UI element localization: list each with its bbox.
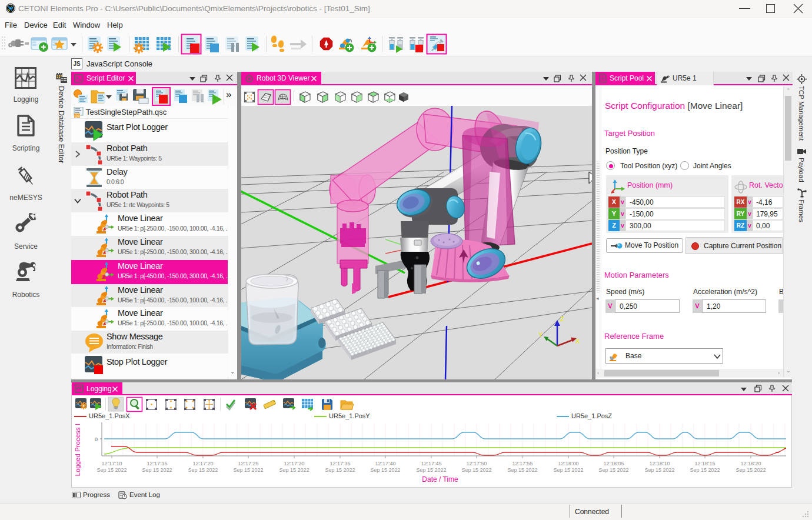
svg-text:Sep 15 2022: Sep 15 2022 [507,467,537,473]
svg-text:Date / Time: Date / Time [422,475,458,484]
svg-text:Sep 15 2022: Sep 15 2022 [461,467,491,473]
svg-text:12:18:05: 12:18:05 [603,461,624,466]
svg-text:12:18:10: 12:18:10 [649,461,670,466]
svg-text:12:17:10: 12:17:10 [101,461,122,466]
svg-text:X: X [575,338,580,345]
svg-text:Z: Z [560,315,564,322]
svg-text:12:17:45: 12:17:45 [421,461,441,466]
svg-text:Sep 15 2022: Sep 15 2022 [96,467,127,473]
svg-text:Sep 15 2022: Sep 15 2022 [736,467,766,473]
svg-text:Sep 15 2022: Sep 15 2022 [690,467,720,473]
svg-text:Sep 15 2022: Sep 15 2022 [598,467,628,473]
svg-text:12:17:40: 12:17:40 [375,461,395,466]
svg-text:Sep 15 2022: Sep 15 2022 [142,467,172,473]
svg-text:12:17:30: 12:17:30 [284,461,304,466]
svg-text:12:18:00: 12:18:00 [558,461,578,466]
svg-text:12:17:55: 12:17:55 [512,461,533,466]
svg-text:Sep 15 2022: Sep 15 2022 [325,467,355,473]
svg-text:Sep 15 2022: Sep 15 2022 [188,467,218,473]
svg-text:Sep 15 2022: Sep 15 2022 [416,467,446,473]
svg-text:12:17:25: 12:17:25 [238,461,258,466]
svg-text:12:17:35: 12:17:35 [330,461,350,466]
svg-text:Sep 15 2022: Sep 15 2022 [233,467,263,473]
svg-text:12:17:50: 12:17:50 [466,461,487,466]
svg-text:Y: Y [538,331,543,338]
svg-text:12:17:20: 12:17:20 [192,461,213,466]
svg-text:12:18:20: 12:18:20 [740,461,761,466]
svg-text:Sep 15 2022: Sep 15 2022 [370,467,400,473]
svg-text:0: 0 [95,436,98,442]
svg-text:Sep 15 2022: Sep 15 2022 [553,467,583,473]
svg-text:12:17:15: 12:17:15 [147,461,167,466]
svg-text:QSC: QSC [75,114,81,118]
svg-text:Sep 15 2022: Sep 15 2022 [644,467,674,473]
svg-text:12:18:15: 12:18:15 [694,461,715,466]
svg-text:Sep 15 2022: Sep 15 2022 [279,467,309,473]
